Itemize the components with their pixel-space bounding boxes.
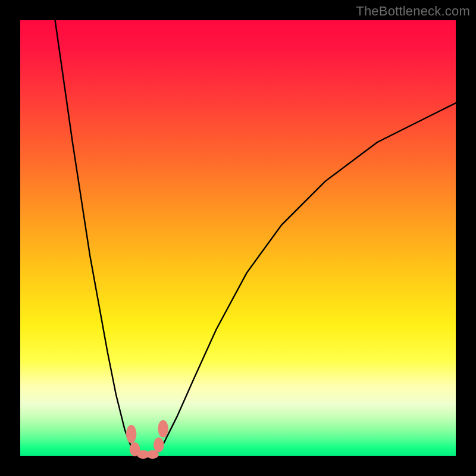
blob-right-upper xyxy=(158,420,168,437)
curve-group xyxy=(55,20,456,456)
chart-svg xyxy=(20,20,456,456)
blob-right-lower xyxy=(154,437,164,452)
blob-group xyxy=(126,420,168,459)
plot-area xyxy=(20,20,456,456)
chart-frame: TheBottleneck.com xyxy=(0,0,476,476)
bottleneck-curve xyxy=(55,20,456,456)
blob-left-upper xyxy=(126,425,137,443)
watermark-text: TheBottleneck.com xyxy=(356,4,470,19)
